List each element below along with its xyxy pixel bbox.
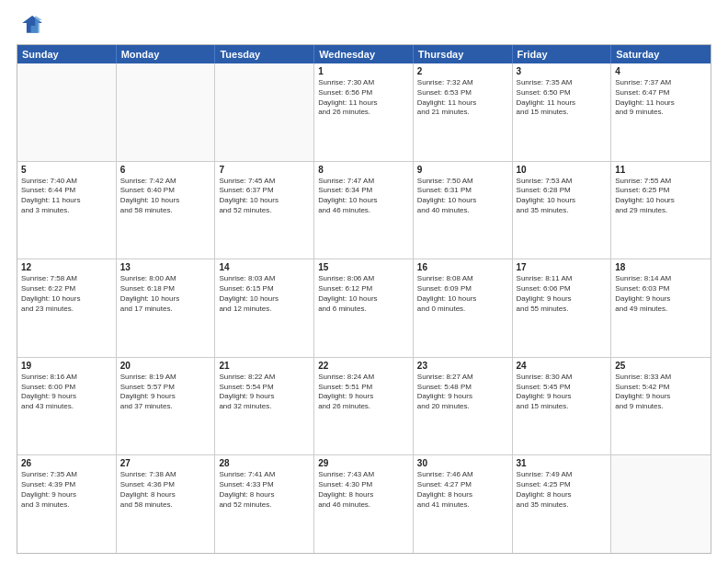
day-number: 2 [417, 66, 508, 76]
day-cell-17: 17Sunrise: 8:11 AMSunset: 6:06 PMDayligh… [513, 259, 612, 357]
day-cell-20: 20Sunrise: 8:19 AMSunset: 5:57 PMDayligh… [117, 358, 216, 455]
day-number: 30 [417, 458, 508, 468]
calendar-row-1: 5Sunrise: 7:40 AMSunset: 6:44 PMDaylight… [17, 161, 711, 259]
day-info: Sunrise: 7:35 AMSunset: 4:39 PMDaylight:… [21, 470, 112, 510]
header-day-wednesday: Wednesday [314, 45, 414, 63]
day-cell-empty-4-6 [611, 455, 711, 553]
day-cell-7: 7Sunrise: 7:45 AMSunset: 6:37 PMDaylight… [215, 162, 314, 259]
day-number: 22 [318, 361, 409, 371]
day-cell-empty-0-0 [17, 63, 117, 161]
day-number: 27 [120, 458, 211, 468]
calendar-row-4: 26Sunrise: 7:35 AMSunset: 4:39 PMDayligh… [17, 454, 711, 553]
day-cell-11: 11Sunrise: 7:55 AMSunset: 6:25 PMDayligh… [611, 162, 711, 259]
day-info: Sunrise: 7:32 AMSunset: 6:53 PMDaylight:… [417, 78, 508, 118]
day-info: Sunrise: 8:06 AMSunset: 6:12 PMDaylight:… [318, 274, 409, 314]
header-day-saturday: Saturday [611, 45, 711, 63]
day-cell-21: 21Sunrise: 8:22 AMSunset: 5:54 PMDayligh… [215, 358, 314, 455]
day-info: Sunrise: 8:27 AMSunset: 5:48 PMDaylight:… [417, 373, 508, 412]
day-number: 20 [120, 361, 211, 371]
day-cell-1: 1Sunrise: 7:30 AMSunset: 6:56 PMDaylight… [314, 63, 414, 161]
day-cell-5: 5Sunrise: 7:40 AMSunset: 6:44 PMDaylight… [17, 162, 117, 259]
day-number: 4 [615, 66, 707, 76]
day-cell-13: 13Sunrise: 8:00 AMSunset: 6:18 PMDayligh… [117, 259, 216, 357]
day-info: Sunrise: 7:43 AMSunset: 4:30 PMDaylight:… [318, 470, 409, 510]
header-day-friday: Friday [513, 45, 612, 63]
header [17, 13, 711, 39]
day-info: Sunrise: 8:08 AMSunset: 6:09 PMDaylight:… [417, 274, 508, 314]
day-number: 19 [21, 361, 112, 371]
day-number: 18 [615, 262, 707, 272]
day-cell-9: 9Sunrise: 7:50 AMSunset: 6:31 PMDaylight… [414, 162, 513, 259]
day-cell-29: 29Sunrise: 7:43 AMSunset: 4:30 PMDayligh… [314, 455, 414, 553]
day-cell-empty-0-1 [117, 63, 216, 161]
day-cell-28: 28Sunrise: 7:41 AMSunset: 4:33 PMDayligh… [215, 455, 314, 553]
day-info: Sunrise: 7:41 AMSunset: 4:33 PMDaylight:… [219, 470, 310, 510]
calendar: SundayMondayTuesdayWednesdayThursdayFrid… [17, 44, 711, 554]
calendar-row-3: 19Sunrise: 8:16 AMSunset: 6:00 PMDayligh… [17, 357, 711, 455]
day-number: 15 [318, 262, 409, 272]
day-number: 25 [615, 361, 707, 371]
day-number: 16 [417, 262, 508, 272]
day-cell-30: 30Sunrise: 7:46 AMSunset: 4:27 PMDayligh… [414, 455, 513, 553]
day-info: Sunrise: 7:47 AMSunset: 6:34 PMDaylight:… [318, 177, 409, 216]
logo [17, 13, 46, 39]
day-cell-31: 31Sunrise: 7:49 AMSunset: 4:25 PMDayligh… [513, 455, 612, 553]
day-info: Sunrise: 8:19 AMSunset: 5:57 PMDaylight:… [120, 373, 211, 412]
day-number: 13 [120, 262, 211, 272]
day-info: Sunrise: 8:22 AMSunset: 5:54 PMDaylight:… [219, 373, 310, 412]
day-number: 3 [517, 66, 608, 76]
day-info: Sunrise: 7:30 AMSunset: 6:56 PMDaylight:… [318, 78, 409, 118]
day-cell-6: 6Sunrise: 7:42 AMSunset: 6:40 PMDaylight… [117, 162, 216, 259]
day-number: 17 [517, 262, 608, 272]
day-info: Sunrise: 7:42 AMSunset: 6:40 PMDaylight:… [120, 177, 211, 216]
day-cell-10: 10Sunrise: 7:53 AMSunset: 6:28 PMDayligh… [513, 162, 612, 259]
day-cell-3: 3Sunrise: 7:35 AMSunset: 6:50 PMDaylight… [513, 63, 612, 161]
day-number: 9 [417, 165, 508, 175]
day-info: Sunrise: 8:33 AMSunset: 5:42 PMDaylight:… [615, 373, 707, 412]
day-number: 1 [318, 66, 409, 76]
day-cell-18: 18Sunrise: 8:14 AMSunset: 6:03 PMDayligh… [611, 259, 711, 357]
day-info: Sunrise: 8:30 AMSunset: 5:45 PMDaylight:… [517, 373, 608, 412]
day-number: 8 [318, 165, 409, 175]
day-info: Sunrise: 8:03 AMSunset: 6:15 PMDaylight:… [219, 274, 310, 314]
logo-icon [17, 13, 42, 39]
day-cell-26: 26Sunrise: 7:35 AMSunset: 4:39 PMDayligh… [17, 455, 117, 553]
day-cell-24: 24Sunrise: 8:30 AMSunset: 5:45 PMDayligh… [513, 358, 612, 455]
day-number: 28 [219, 458, 310, 468]
day-info: Sunrise: 7:35 AMSunset: 6:50 PMDaylight:… [517, 78, 608, 118]
day-info: Sunrise: 8:16 AMSunset: 6:00 PMDaylight:… [21, 373, 112, 412]
day-number: 23 [417, 361, 508, 371]
day-cell-12: 12Sunrise: 7:58 AMSunset: 6:22 PMDayligh… [17, 259, 117, 357]
day-number: 31 [517, 458, 608, 468]
day-cell-25: 25Sunrise: 8:33 AMSunset: 5:42 PMDayligh… [611, 358, 711, 455]
header-day-monday: Monday [117, 45, 216, 63]
day-cell-22: 22Sunrise: 8:24 AMSunset: 5:51 PMDayligh… [314, 358, 414, 455]
calendar-row-2: 12Sunrise: 7:58 AMSunset: 6:22 PMDayligh… [17, 259, 711, 357]
day-info: Sunrise: 7:37 AMSunset: 6:47 PMDaylight:… [615, 78, 707, 118]
day-number: 5 [21, 165, 112, 175]
calendar-row-0: 1Sunrise: 7:30 AMSunset: 6:56 PMDaylight… [17, 63, 711, 161]
day-info: Sunrise: 7:50 AMSunset: 6:31 PMDaylight:… [417, 177, 508, 216]
day-info: Sunrise: 7:55 AMSunset: 6:25 PMDaylight:… [615, 177, 707, 216]
day-cell-15: 15Sunrise: 8:06 AMSunset: 6:12 PMDayligh… [314, 259, 414, 357]
day-info: Sunrise: 7:45 AMSunset: 6:37 PMDaylight:… [219, 177, 310, 216]
day-number: 26 [21, 458, 112, 468]
calendar-header: SundayMondayTuesdayWednesdayThursdayFrid… [17, 45, 711, 63]
day-info: Sunrise: 7:58 AMSunset: 6:22 PMDaylight:… [21, 274, 112, 314]
day-number: 12 [21, 262, 112, 272]
day-number: 7 [219, 165, 310, 175]
day-cell-19: 19Sunrise: 8:16 AMSunset: 6:00 PMDayligh… [17, 358, 117, 455]
day-cell-8: 8Sunrise: 7:47 AMSunset: 6:34 PMDaylight… [314, 162, 414, 259]
day-info: Sunrise: 7:46 AMSunset: 4:27 PMDaylight:… [417, 470, 508, 510]
day-cell-14: 14Sunrise: 8:03 AMSunset: 6:15 PMDayligh… [215, 259, 314, 357]
day-cell-16: 16Sunrise: 8:08 AMSunset: 6:09 PMDayligh… [414, 259, 513, 357]
header-day-tuesday: Tuesday [215, 45, 314, 63]
day-cell-23: 23Sunrise: 8:27 AMSunset: 5:48 PMDayligh… [414, 358, 513, 455]
day-info: Sunrise: 8:00 AMSunset: 6:18 PMDaylight:… [120, 274, 211, 314]
page: SundayMondayTuesdayWednesdayThursdayFrid… [0, 0, 728, 563]
day-number: 10 [517, 165, 608, 175]
day-info: Sunrise: 8:24 AMSunset: 5:51 PMDaylight:… [318, 373, 409, 412]
day-cell-2: 2Sunrise: 7:32 AMSunset: 6:53 PMDaylight… [414, 63, 513, 161]
day-number: 6 [120, 165, 211, 175]
day-info: Sunrise: 8:11 AMSunset: 6:06 PMDaylight:… [517, 274, 608, 314]
